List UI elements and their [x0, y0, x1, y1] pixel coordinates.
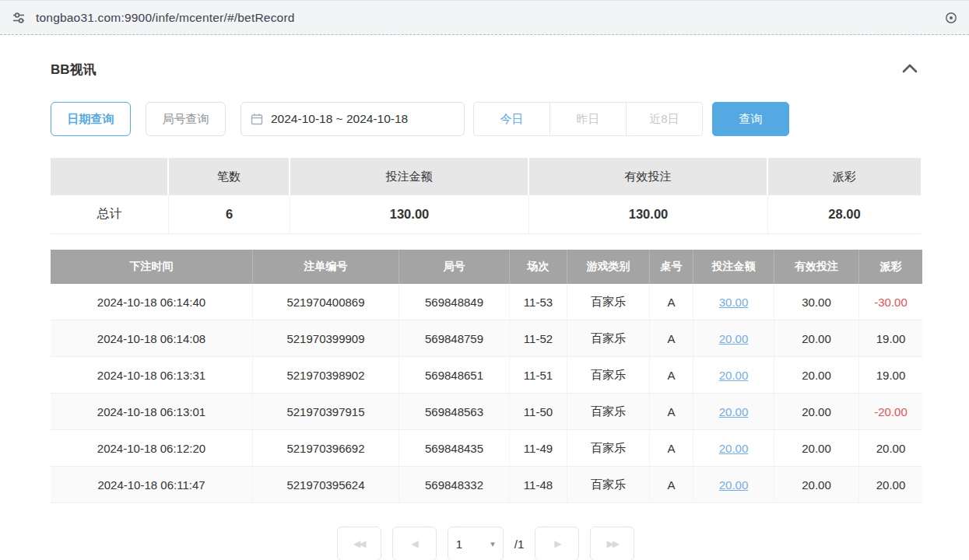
- summary-header-payout: 派彩: [768, 158, 921, 195]
- cell-order-no: 521970399909: [253, 320, 399, 356]
- first-page-button[interactable]: ◀◀: [337, 527, 381, 560]
- cell-game-type: 百家乐: [567, 284, 650, 320]
- pagination: ◀◀ ◀ 1 ▾ /1 ▶ ▶▶: [51, 527, 921, 560]
- bet-amount-link[interactable]: 20.00: [719, 442, 749, 455]
- next-page-button[interactable]: ▶: [535, 527, 579, 560]
- cell-table-no: A: [650, 394, 693, 429]
- bet-amount-link[interactable]: 20.00: [719, 478, 749, 492]
- cell-session: 11-48: [510, 467, 567, 502]
- header-order-no: 注单编号: [253, 250, 399, 284]
- date-range-picker[interactable]: 2024-10-18 ~ 2024-10-18: [240, 102, 465, 136]
- page-title: BB视讯: [51, 61, 97, 79]
- cell-round-no: 569848849: [399, 284, 510, 320]
- cell-payout: 19.00: [859, 320, 922, 356]
- prev-page-button[interactable]: ◀: [392, 527, 437, 560]
- summary-total-label: 总计: [51, 195, 169, 233]
- table-row: 2024-10-18 06:14:08 521970399909 5698487…: [51, 320, 922, 357]
- table-row: 2024-10-18 06:11:47 521970395624 5698483…: [51, 467, 922, 503]
- right-arrow-icon: ▶: [554, 538, 560, 549]
- table-header-row: 下注时间 注单编号 局号 场次 游戏类别 桌号 投注金额 有效投注 派彩: [51, 250, 922, 284]
- cell-game-type: 百家乐: [567, 430, 650, 466]
- summary-header-count: 笔数: [169, 158, 290, 195]
- chevron-down-icon: ▾: [490, 539, 495, 549]
- last-page-button[interactable]: ▶▶: [590, 527, 634, 560]
- summary-total-valid-bet: 130.00: [529, 195, 768, 233]
- header-table-no: 桌号: [650, 250, 693, 284]
- total-pages-label: /1: [514, 537, 525, 551]
- cell-bet-time: 2024-10-18 06:14:40: [51, 284, 253, 320]
- table-row: 2024-10-18 06:12:20 521970396692 5698484…: [51, 430, 922, 467]
- address-bar-url[interactable]: tongbao31.com:9900/infe/mcenter/#/betRec…: [36, 11, 938, 25]
- cell-table-no: A: [650, 467, 693, 502]
- date-query-tab[interactable]: 日期查询: [51, 102, 131, 136]
- cell-order-no: 521970395624: [253, 467, 399, 502]
- cell-bet-amount: 20.00: [693, 357, 774, 393]
- cell-round-no: 569848759: [399, 320, 510, 356]
- page-number-select[interactable]: 1 ▾: [448, 527, 504, 560]
- cell-payout: 19.00: [859, 357, 922, 393]
- cell-payout: -20.00: [859, 394, 922, 429]
- header-session: 场次: [510, 250, 567, 284]
- cell-order-no: 521970396692: [253, 430, 399, 466]
- cell-bet-time: 2024-10-18 06:13:31: [51, 357, 253, 393]
- search-button[interactable]: 查询: [712, 102, 789, 136]
- cell-session: 11-49: [510, 430, 567, 466]
- table-row: 2024-10-18 06:13:31 521970398902 5698486…: [51, 357, 922, 394]
- cell-bet-amount: 20.00: [693, 467, 774, 502]
- cell-valid-bet: 20.00: [774, 320, 859, 356]
- header-game-type: 游戏类别: [567, 250, 650, 284]
- cell-table-no: A: [650, 284, 693, 320]
- cell-bet-time: 2024-10-18 06:13:01: [51, 394, 253, 429]
- cell-game-type: 百家乐: [567, 320, 650, 356]
- cell-payout: 20.00: [859, 467, 922, 502]
- summary-header-bet-amount: 投注金额: [290, 158, 529, 195]
- bet-table-body: 2024-10-18 06:14:40 521970400869 5698488…: [51, 284, 922, 503]
- double-left-arrow-icon: ◀◀: [353, 538, 364, 549]
- cell-session: 11-50: [510, 394, 567, 429]
- header-bet-amount: 投注金额: [693, 250, 774, 284]
- bet-record-page: BB视讯 日期查询 局号查询 2024-10-18 ~ 2024-10-18: [0, 60, 969, 560]
- left-arrow-icon: ◀: [412, 538, 417, 549]
- current-page-value: 1: [456, 537, 462, 551]
- round-query-tab[interactable]: 局号查询: [146, 102, 226, 136]
- summary-total-count: 6: [169, 195, 290, 233]
- bet-amount-link[interactable]: 20.00: [719, 369, 749, 382]
- quick-range-last8days[interactable]: 近8日: [626, 102, 703, 136]
- filter-toolbar: 日期查询 局号查询 2024-10-18 ~ 2024-10-18 今日 昨日 …: [51, 102, 921, 136]
- quick-range-yesterday[interactable]: 昨日: [549, 102, 627, 136]
- cell-table-no: A: [650, 357, 693, 393]
- cell-round-no: 569848563: [399, 394, 510, 429]
- cell-bet-amount: 20.00: [693, 430, 774, 466]
- quick-range-today[interactable]: 今日: [473, 102, 550, 136]
- bet-amount-link[interactable]: 30.00: [719, 296, 749, 309]
- site-settings-icon[interactable]: [11, 10, 26, 26]
- cell-session: 11-53: [510, 284, 567, 320]
- bet-amount-link[interactable]: 20.00: [719, 405, 749, 418]
- cell-bet-amount: 20.00: [693, 394, 774, 429]
- cell-valid-bet: 30.00: [774, 284, 859, 320]
- summary-total-row: 总计 6 130.00 130.00 28.00: [51, 195, 921, 234]
- calendar-icon: [251, 113, 263, 125]
- header-payout: 派彩: [859, 250, 922, 284]
- header-bet-time: 下注时间: [51, 250, 253, 284]
- collapse-panel-button[interactable]: [899, 61, 921, 78]
- cell-valid-bet: 20.00: [774, 430, 859, 466]
- cell-game-type: 百家乐: [567, 467, 650, 502]
- browser-action-icon[interactable]: [944, 11, 958, 25]
- cell-order-no: 521970398902: [253, 357, 399, 393]
- cell-round-no: 569848332: [399, 467, 510, 502]
- cell-bet-time: 2024-10-18 06:11:47: [51, 467, 253, 502]
- summary-total-payout: 28.00: [768, 195, 921, 233]
- summary-header-valid-bet: 有效投注: [529, 158, 768, 195]
- double-right-arrow-icon: ▶▶: [607, 538, 618, 549]
- cell-payout: 20.00: [859, 430, 922, 466]
- bet-amount-link[interactable]: 20.00: [719, 332, 749, 345]
- summary-total-bet-amount: 130.00: [290, 195, 529, 233]
- date-range-value: 2024-10-18 ~ 2024-10-18: [271, 112, 408, 126]
- cell-bet-time: 2024-10-18 06:14:08: [51, 320, 253, 356]
- header-valid-bet: 有效投注: [774, 250, 859, 284]
- cell-game-type: 百家乐: [567, 394, 650, 429]
- cell-order-no: 521970400869: [253, 284, 399, 320]
- cell-bet-time: 2024-10-18 06:12:20: [51, 430, 253, 466]
- cell-round-no: 569848435: [399, 430, 510, 466]
